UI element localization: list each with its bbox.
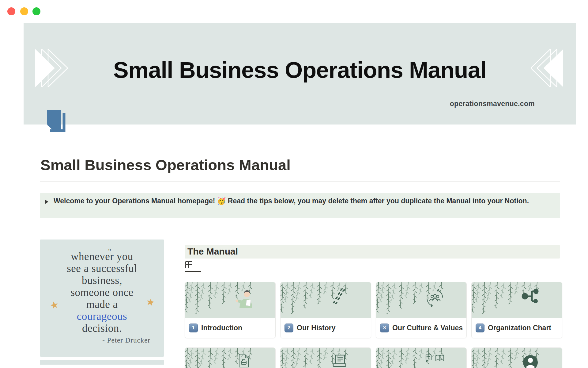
triple-arrow-right-graphic — [531, 49, 563, 87]
notion-window: Small Business Operations Manual operati… — [0, 0, 588, 368]
toggle-triangle-icon[interactable] — [45, 200, 48, 204]
card-label: Introduction — [201, 324, 242, 332]
quote-line: someone once — [40, 286, 164, 298]
page-cover-banner: Small Business Operations Manual operati… — [24, 23, 576, 125]
document-lines-icon — [329, 354, 350, 368]
card-title-row: 1 Introduction — [185, 318, 275, 338]
footprints-icon — [329, 288, 350, 310]
gallery-card-our-history[interactable]: 2 Our History — [280, 282, 371, 338]
quote-line: decision. — [40, 322, 164, 334]
person-reading-illustration — [233, 288, 254, 310]
banner-website-text: operationsmavenue.com — [450, 100, 535, 108]
card-cover — [472, 282, 562, 318]
manual-section-heading: The Manual — [185, 245, 560, 259]
card-cover — [376, 282, 466, 318]
keycap-2-icon: 2 — [285, 324, 293, 332]
keycap-4-icon: 4 — [476, 324, 484, 332]
card-cover — [281, 282, 371, 318]
gallery-card-partial[interactable] — [185, 347, 276, 368]
banner-title: Small Business Operations Manual — [85, 57, 515, 83]
quote-line: business, — [40, 274, 164, 286]
welcome-toggle-callout: Welcome to your Operations Manual homepa… — [40, 193, 560, 218]
card-cover — [376, 348, 466, 368]
triple-arrow-left-graphic — [35, 49, 68, 87]
quote-line: whenever you — [40, 251, 164, 263]
keycap-3-icon: 3 — [380, 324, 389, 332]
person-circle-icon — [520, 354, 541, 368]
card-title-row: 4 Organization Chart — [472, 318, 562, 338]
card-label: Our History — [297, 324, 336, 332]
org-chart-icon — [520, 288, 541, 310]
star-icon — [146, 298, 155, 306]
card-cover — [185, 282, 275, 318]
gallery-card-our-culture-values[interactable]: 3 Our Culture & Values — [376, 282, 467, 338]
quote-attribution: - Peter Drucker — [102, 336, 150, 344]
card-label: Our Culture & Values — [392, 324, 463, 332]
close-window-button[interactable] — [7, 7, 15, 15]
document-briefcase-icon — [233, 354, 254, 368]
card-cover — [472, 348, 562, 368]
gallery-view-tab[interactable] — [185, 261, 199, 270]
divider — [40, 181, 560, 182]
zoom-window-button[interactable] — [32, 7, 40, 15]
gallery-card-partial[interactable] — [471, 347, 562, 368]
card-label: Organization Chart — [488, 324, 551, 332]
next-block-partial — [40, 360, 164, 365]
gallery-card-organization-chart[interactable]: 4 Organization Chart — [471, 282, 562, 338]
card-title-row: 2 Our History — [281, 318, 371, 338]
active-tab-underline — [185, 271, 201, 272]
quote-line: courageous — [40, 310, 164, 322]
people-cycle-icon — [424, 288, 445, 310]
gallery-card-partial[interactable] — [376, 347, 467, 368]
quote-line: made a — [40, 298, 164, 310]
manual-heading-text: The Manual — [187, 246, 238, 257]
minimize-window-button[interactable] — [20, 7, 28, 15]
gallery-card-partial[interactable] — [280, 347, 371, 368]
welcome-callout-text: Welcome to your Operations Manual homepa… — [54, 195, 529, 206]
page-title[interactable]: Small Business Operations Manual — [40, 156, 291, 174]
gallery-view-icon — [185, 261, 199, 267]
quote-text: whenever yousee a successfulbusiness,som… — [40, 251, 164, 334]
gallery-card-introduction[interactable]: 1 Introduction — [185, 282, 276, 338]
handbook-book-icons — [424, 354, 445, 368]
quote-image-block[interactable]: " whenever yousee a successfulbusiness,s… — [40, 240, 164, 357]
card-cover — [281, 348, 371, 368]
card-title-row: 3 Our Culture & Values — [376, 318, 466, 338]
keycap-1-icon: 1 — [189, 324, 198, 332]
quote-line: see a successful — [40, 263, 164, 274]
gallery-row-2 — [185, 347, 560, 368]
gallery-row-1: 1 Introduction 2 Our History 3 Our Cultu… — [185, 282, 560, 338]
page-icon-blue-pages[interactable] — [45, 109, 68, 134]
divider — [185, 272, 560, 272]
card-cover — [185, 348, 275, 368]
